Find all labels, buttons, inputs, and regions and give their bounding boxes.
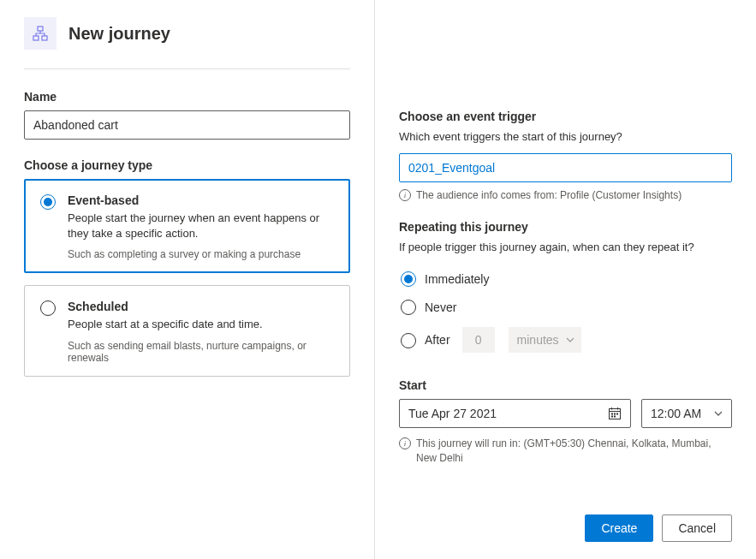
dialog-title: New journey: [68, 24, 170, 44]
repeat-after[interactable]: After minutes: [401, 327, 730, 353]
type-title: Scheduled: [68, 300, 334, 313]
radio-never[interactable]: [401, 300, 416, 315]
type-hint: Such as sending email blasts, nurture ca…: [68, 340, 334, 364]
dialog-header: New journey: [24, 17, 350, 69]
trigger-info: The audience info comes from: Profile (C…: [416, 189, 682, 201]
name-label: Name: [24, 90, 350, 104]
svg-rect-0: [38, 27, 43, 31]
trigger-subtext: Which event triggers the start of this j…: [399, 130, 732, 143]
type-title: Event-based: [68, 193, 334, 207]
svg-rect-2: [42, 36, 47, 40]
svg-rect-1: [33, 36, 39, 40]
after-unit-select: minutes: [509, 327, 581, 353]
name-input[interactable]: [24, 110, 350, 140]
radio-event-based[interactable]: [40, 194, 56, 210]
chevron-down-icon: [714, 411, 723, 416]
after-value-input: [462, 327, 495, 353]
radio-after[interactable]: [401, 333, 416, 348]
repeat-subtext: If people trigger this journey again, wh…: [399, 241, 732, 253]
svg-rect-10: [611, 416, 613, 418]
chevron-down-icon: [566, 337, 574, 342]
create-button[interactable]: Create: [585, 514, 653, 542]
type-desc: People start the journey when an event h…: [68, 211, 334, 241]
info-icon: i: [399, 437, 411, 449]
repeat-immediately[interactable]: Immediately: [401, 271, 730, 287]
type-hint: Such as completing a survey or making a …: [68, 248, 334, 260]
svg-rect-7: [611, 413, 613, 415]
svg-rect-9: [616, 413, 618, 415]
radio-scheduled[interactable]: [40, 300, 56, 316]
journey-type-scheduled[interactable]: Scheduled People start at a specific dat…: [24, 285, 350, 376]
calendar-icon: [608, 407, 622, 420]
start-timezone-info: This journey will run in: (GMT+05:30) Ch…: [416, 437, 732, 466]
svg-rect-11: [614, 416, 616, 418]
journey-type-event-based[interactable]: Event-based People start the journey whe…: [24, 179, 350, 273]
start-label: Start: [399, 378, 732, 392]
event-trigger-input[interactable]: [399, 153, 732, 182]
journey-type-label: Choose a journey type: [24, 158, 350, 172]
trigger-label: Choose an event trigger: [399, 110, 732, 123]
cancel-button[interactable]: Cancel: [662, 514, 732, 542]
type-desc: People start at a specific date and time…: [68, 317, 334, 332]
repeat-never[interactable]: Never: [401, 299, 730, 315]
radio-immediately[interactable]: [401, 271, 416, 287]
svg-rect-8: [614, 413, 616, 415]
info-icon: i: [399, 189, 411, 201]
start-time-select[interactable]: 12:00 AM: [641, 399, 732, 428]
journey-icon: [24, 17, 57, 50]
start-date-input[interactable]: Tue Apr 27 2021: [399, 399, 631, 428]
repeat-label: Repeating this journey: [399, 220, 732, 234]
